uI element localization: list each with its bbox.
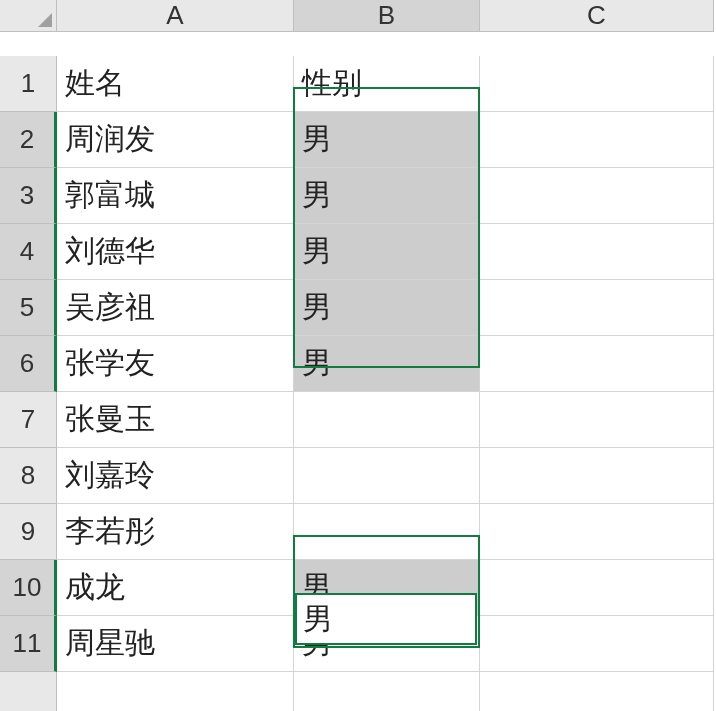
cell-A1[interactable]: 姓名 [57, 56, 294, 112]
col-header-A[interactable]: A [57, 0, 294, 32]
row-header-6[interactable]: 6 [0, 336, 57, 392]
cell-C2[interactable] [480, 112, 714, 168]
cell-C3[interactable] [480, 168, 714, 224]
col-header-C[interactable]: C [480, 0, 714, 32]
cell-A5[interactable]: 吴彦祖 [57, 280, 294, 336]
cell-B8[interactable] [294, 448, 480, 504]
cell-A3[interactable]: 郭富城 [57, 168, 294, 224]
cell-B4[interactable]: 男 [294, 224, 480, 280]
cell-A7[interactable]: 张曼玉 [57, 392, 294, 448]
cell-B11[interactable]: 男 [294, 616, 480, 672]
cell-C4[interactable] [480, 224, 714, 280]
cell-B2[interactable]: 男 [294, 112, 480, 168]
cell-B5[interactable]: 男 [294, 280, 480, 336]
cell-A2[interactable]: 周润发 [57, 112, 294, 168]
cell-A12[interactable] [57, 672, 294, 711]
cell-C10[interactable] [480, 560, 714, 616]
row-header-8[interactable]: 8 [0, 448, 57, 504]
cell-B1[interactable]: 性别 [294, 56, 480, 112]
cell-A11[interactable]: 周星驰 [57, 616, 294, 672]
cell-A4[interactable]: 刘德华 [57, 224, 294, 280]
row-header-7[interactable]: 7 [0, 392, 57, 448]
cell-C1[interactable] [480, 56, 714, 112]
cell-A10[interactable]: 成龙 [57, 560, 294, 616]
row-header-11[interactable]: 11 [0, 616, 57, 672]
cell-B9[interactable] [294, 504, 480, 560]
row-header-4[interactable]: 4 [0, 224, 57, 280]
cell-A9[interactable]: 李若彤 [57, 504, 294, 560]
cell-B6[interactable]: 男 [294, 336, 480, 392]
cell-C9[interactable] [480, 504, 714, 560]
row-header-5[interactable]: 5 [0, 280, 57, 336]
cell-B3[interactable]: 男 [294, 168, 480, 224]
row-header-12[interactable] [0, 672, 57, 711]
cell-A8[interactable]: 刘嘉玲 [57, 448, 294, 504]
cell-C11[interactable] [480, 616, 714, 672]
cell-C8[interactable] [480, 448, 714, 504]
row-header-3[interactable]: 3 [0, 168, 57, 224]
row-header-2[interactable]: 2 [0, 112, 57, 168]
cell-A6[interactable]: 张学友 [57, 336, 294, 392]
cell-C12[interactable] [480, 672, 714, 711]
select-all-corner[interactable] [0, 0, 57, 32]
cell-B12[interactable] [294, 672, 480, 711]
row-header-10[interactable]: 10 [0, 560, 57, 616]
cell-B10[interactable]: 男 [294, 560, 480, 616]
row-header-9[interactable]: 9 [0, 504, 57, 560]
cell-C7[interactable] [480, 392, 714, 448]
cell-C5[interactable] [480, 280, 714, 336]
row-header-1[interactable]: 1 [0, 56, 57, 112]
cell-B7[interactable] [294, 392, 480, 448]
cell-C6[interactable] [480, 336, 714, 392]
col-header-B[interactable]: B [294, 0, 480, 32]
